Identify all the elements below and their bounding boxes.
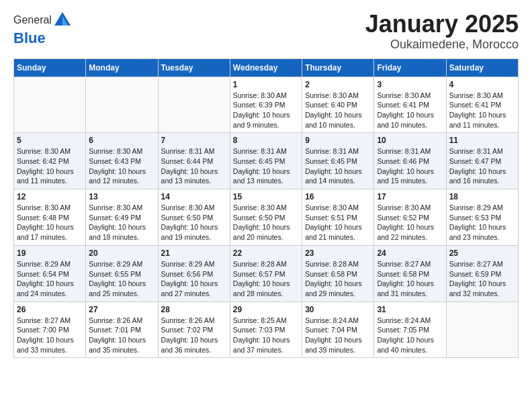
day-number: 20 — [89, 248, 154, 258]
day-number: 15 — [233, 192, 299, 201]
sunset: Sunset: 6:45 PM — [305, 157, 357, 165]
day-number: 22 — [233, 248, 299, 258]
calendar-cell: 30Sunrise: 8:24 AMSunset: 7:04 PMDayligh… — [302, 302, 374, 358]
calendar-cell — [14, 77, 86, 133]
day-number: 14 — [161, 192, 227, 201]
daylight: Daylight: 10 hours and 13 minutes. — [233, 167, 290, 185]
daylight: Daylight: 10 hours and 37 minutes. — [233, 336, 290, 354]
daylight: Daylight: 10 hours and 36 minutes. — [161, 336, 218, 354]
daylight: Daylight: 10 hours and 15 minutes. — [377, 167, 434, 185]
day-number: 18 — [449, 192, 515, 201]
sunset: Sunset: 7:03 PM — [233, 326, 285, 334]
day-number: 25 — [449, 248, 515, 258]
sunrise: Sunrise: 8:27 AM — [17, 316, 71, 324]
sunrise: Sunrise: 8:27 AM — [449, 260, 503, 268]
sunrise: Sunrise: 8:28 AM — [305, 260, 359, 268]
sunrise: Sunrise: 8:29 AM — [17, 260, 71, 268]
sunset: Sunset: 7:05 PM — [377, 326, 429, 334]
daylight: Daylight: 10 hours and 22 minutes. — [377, 223, 434, 241]
sunset: Sunset: 6:41 PM — [449, 101, 502, 109]
day-number: 2 — [305, 80, 371, 89]
sunset: Sunset: 6:48 PM — [17, 214, 69, 222]
sunrise: Sunrise: 8:31 AM — [449, 147, 503, 155]
sunrise: Sunrise: 8:24 AM — [377, 316, 431, 324]
header-monday: Monday — [86, 58, 158, 77]
daylight: Daylight: 10 hours and 24 minutes. — [17, 279, 74, 298]
day-number: 24 — [377, 248, 443, 258]
sunset: Sunset: 6:50 PM — [233, 214, 285, 222]
sunrise: Sunrise: 8:28 AM — [233, 260, 287, 268]
day-number: 21 — [161, 248, 227, 258]
sunrise: Sunrise: 8:30 AM — [89, 203, 142, 212]
day-number: 27 — [89, 305, 154, 314]
daylight: Daylight: 10 hours and 20 minutes. — [233, 223, 290, 241]
calendar-cell: 24Sunrise: 8:27 AMSunset: 6:58 PMDayligh… — [374, 245, 446, 302]
calendar-cell: 15Sunrise: 8:30 AMSunset: 6:50 PMDayligh… — [230, 189, 302, 246]
sunrise: Sunrise: 8:31 AM — [161, 147, 215, 155]
day-number: 5 — [17, 136, 83, 145]
day-number: 11 — [449, 136, 515, 145]
sunrise: Sunrise: 8:29 AM — [449, 203, 503, 212]
calendar-cell: 2Sunrise: 8:30 AMSunset: 6:40 PMDaylight… — [302, 77, 374, 133]
sunrise: Sunrise: 8:31 AM — [233, 147, 287, 155]
day-number: 8 — [233, 136, 299, 145]
calendar-cell: 5Sunrise: 8:30 AMSunset: 6:42 PMDaylight… — [14, 133, 86, 189]
calendar-cell: 22Sunrise: 8:28 AMSunset: 6:57 PMDayligh… — [230, 245, 302, 302]
calendar-week-row: 1Sunrise: 8:30 AMSunset: 6:39 PMDaylight… — [14, 77, 519, 133]
sunset: Sunset: 6:49 PM — [89, 214, 141, 222]
calendar-cell: 7Sunrise: 8:31 AMSunset: 6:44 PMDaylight… — [158, 133, 230, 189]
day-number: 6 — [89, 136, 154, 145]
day-number: 28 — [161, 305, 227, 314]
day-number: 12 — [17, 192, 83, 201]
calendar-cell — [446, 302, 518, 358]
sunset: Sunset: 6:54 PM — [17, 270, 69, 278]
sunset: Sunset: 6:59 PM — [449, 270, 502, 278]
calendar-table: Sunday Monday Tuesday Wednesday Thursday… — [13, 58, 519, 359]
calendar-cell: 16Sunrise: 8:30 AMSunset: 6:51 PMDayligh… — [302, 189, 374, 246]
sunset: Sunset: 7:00 PM — [17, 326, 69, 334]
header-sunday: Sunday — [14, 58, 86, 77]
calendar-cell: 25Sunrise: 8:27 AMSunset: 6:59 PMDayligh… — [446, 245, 518, 302]
daylight: Daylight: 10 hours and 10 minutes. — [377, 111, 434, 129]
header-saturday: Saturday — [446, 58, 518, 77]
day-number: 31 — [377, 305, 443, 314]
day-number: 26 — [17, 305, 83, 314]
daylight: Daylight: 10 hours and 27 minutes. — [161, 279, 218, 298]
sunset: Sunset: 6:57 PM — [233, 270, 285, 278]
calendar-cell: 11Sunrise: 8:31 AMSunset: 6:47 PMDayligh… — [446, 133, 518, 189]
sunset: Sunset: 6:58 PM — [305, 270, 357, 278]
header-wednesday: Wednesday — [230, 58, 302, 77]
header: General Blue January 2025 Oukaimedene, M… — [13, 11, 519, 52]
daylight: Daylight: 10 hours and 10 minutes. — [305, 111, 362, 129]
daylight: Daylight: 10 hours and 11 minutes. — [17, 167, 74, 185]
header-thursday: Thursday — [302, 58, 374, 77]
daylight: Daylight: 10 hours and 21 minutes. — [305, 223, 362, 241]
calendar-cell: 10Sunrise: 8:31 AMSunset: 6:46 PMDayligh… — [374, 133, 446, 189]
calendar-week-row: 12Sunrise: 8:30 AMSunset: 6:48 PMDayligh… — [14, 189, 519, 246]
calendar-title: January 2025 — [365, 11, 519, 38]
sunrise: Sunrise: 8:30 AM — [449, 91, 503, 99]
daylight: Daylight: 10 hours and 32 minutes. — [449, 279, 506, 298]
sunset: Sunset: 6:50 PM — [161, 214, 214, 222]
calendar-subtitle: Oukaimedene, Morocco — [365, 38, 519, 52]
sunset: Sunset: 7:04 PM — [305, 326, 357, 334]
calendar-cell: 1Sunrise: 8:30 AMSunset: 6:39 PMDaylight… — [230, 77, 302, 133]
daylight: Daylight: 10 hours and 11 minutes. — [449, 111, 506, 129]
calendar-cell — [158, 77, 230, 133]
sunset: Sunset: 6:53 PM — [449, 214, 502, 222]
sunset: Sunset: 6:45 PM — [233, 157, 285, 165]
calendar-cell: 20Sunrise: 8:29 AMSunset: 6:55 PMDayligh… — [86, 245, 158, 302]
sunset: Sunset: 6:44 PM — [161, 157, 214, 165]
daylight: Daylight: 10 hours and 14 minutes. — [305, 167, 362, 185]
sunset: Sunset: 6:40 PM — [305, 101, 357, 109]
logo: General Blue — [13, 11, 72, 47]
sunrise: Sunrise: 8:30 AM — [377, 91, 431, 99]
logo-icon — [53, 11, 72, 30]
calendar-cell: 3Sunrise: 8:30 AMSunset: 6:41 PMDaylight… — [374, 77, 446, 133]
sunset: Sunset: 6:56 PM — [161, 270, 214, 278]
daylight: Daylight: 10 hours and 25 minutes. — [89, 279, 146, 298]
calendar-cell: 12Sunrise: 8:30 AMSunset: 6:48 PMDayligh… — [14, 189, 86, 246]
logo-general-text: General — [13, 14, 52, 26]
sunset: Sunset: 7:02 PM — [161, 326, 214, 334]
sunset: Sunset: 6:43 PM — [89, 157, 141, 165]
